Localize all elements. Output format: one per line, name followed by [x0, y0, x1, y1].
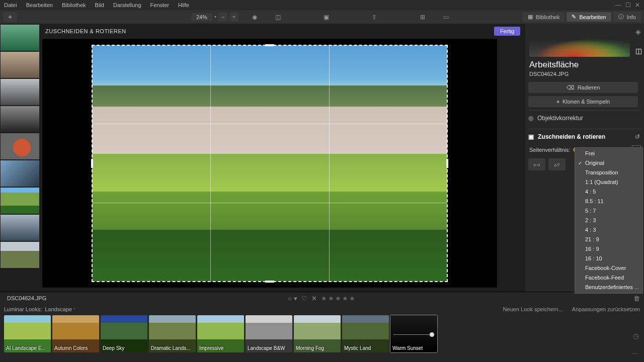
preset-label: Dramatic Lands... — [151, 345, 194, 351]
thumb[interactable] — [1, 52, 39, 78]
preset-item[interactable]: Dramatic Lands... — [149, 315, 196, 352]
thumb[interactable] — [1, 242, 39, 268]
ratio-option[interactable]: 5 : 7 — [575, 206, 642, 216]
histogram — [529, 28, 630, 57]
thumb[interactable] — [1, 106, 39, 132]
clone-button[interactable]: ⌖Klonen & Stempeln — [528, 96, 638, 107]
maximize-icon[interactable]: ☐ — [625, 2, 631, 9]
ratio-option[interactable]: 4 : 5 — [575, 187, 642, 197]
ratio-option[interactable]: Facebook-Feed — [575, 273, 642, 283]
flag-unflagged-icon[interactable]: ○ ▾ — [288, 295, 297, 302]
menu-item[interactable]: Bearbeiten — [26, 2, 53, 8]
single-view-icon[interactable]: ▭ — [439, 12, 453, 23]
looks-category-dropdown[interactable]: Landscape ˄ — [45, 306, 75, 312]
menu-item[interactable]: Bild — [95, 2, 104, 8]
ratio-option[interactable]: 1:1 (Quadrat) — [575, 177, 642, 187]
ratio-option[interactable]: 21 : 9 — [575, 235, 642, 244]
history-icon[interactable]: ◷ — [633, 332, 639, 340]
reset-adjustments-button[interactable]: Anpassungen zurücksetzen — [572, 306, 640, 312]
crop-grid-line — [92, 203, 447, 203]
thumb[interactable] — [1, 133, 39, 159]
save-look-button[interactable]: Neuen Look speichern... — [503, 306, 563, 312]
erase-button[interactable]: ⌫Radieren — [528, 82, 638, 93]
share-icon[interactable]: ⇪ — [367, 12, 381, 23]
thumb-selected[interactable] — [1, 188, 39, 214]
looks-label: Luminar Looks: — [4, 306, 42, 312]
ratio-option[interactable]: Original — [575, 158, 642, 168]
preset-item[interactable]: Mystic Land — [342, 315, 389, 352]
ratio-option[interactable]: 16 : 10 — [575, 254, 642, 263]
filmstrip — [0, 24, 40, 292]
preset-label: Autumn Colors — [54, 345, 97, 351]
thumb[interactable] — [1, 79, 39, 105]
image-preview — [92, 45, 447, 282]
thumb[interactable] — [1, 25, 39, 51]
chevron-up-icon: ˄ — [73, 308, 75, 312]
crop-icon[interactable]: ▣ — [319, 12, 333, 23]
minimize-icon[interactable]: — — [615, 2, 621, 9]
ratio-option[interactable]: 2 : 3 — [575, 216, 642, 225]
rating-stars[interactable]: ★★★★★ — [321, 295, 356, 302]
image-canvas[interactable] — [42, 39, 497, 288]
preset-item[interactable]: AI Landscape E... — [4, 315, 51, 352]
more-icon[interactable]: ⋯ — [632, 350, 639, 357]
favorite-icon[interactable]: ♡ — [301, 295, 307, 302]
crop-section[interactable]: ▣Zuschneiden & rotieren↺ — [528, 129, 641, 144]
lens-section[interactable]: ◎Objektivkorrektur — [528, 110, 641, 126]
slider-knob[interactable] — [430, 332, 434, 337]
close-icon[interactable]: ✕ — [635, 2, 640, 9]
ratio-option[interactable]: 16 : 9 — [575, 244, 642, 254]
preset-item[interactable]: Morning Fog — [294, 315, 341, 352]
thumb[interactable] — [1, 215, 39, 241]
info-icon: ⓘ — [618, 13, 624, 21]
menu-item[interactable]: Bibliothek — [62, 2, 86, 8]
mode-library[interactable]: ▦Bibliothek — [523, 12, 565, 22]
mode-edit[interactable]: ✎Bearbeiten — [567, 12, 611, 22]
ratio-option[interactable]: Transposition — [575, 168, 642, 177]
ratio-option[interactable]: Frei — [575, 149, 642, 158]
reject-icon[interactable]: ✕ — [311, 295, 317, 302]
zoom-value[interactable]: 24% — [191, 13, 212, 21]
done-button[interactable]: Fertig — [494, 27, 520, 36]
thumb[interactable] — [1, 160, 39, 187]
crop-handle-right[interactable] — [446, 159, 448, 168]
crop-section-icon: ▣ — [528, 133, 534, 140]
trash-icon[interactable]: 🗑 — [633, 295, 640, 302]
menu-item[interactable]: Darstellung — [113, 2, 141, 8]
eye-icon[interactable]: ◉ — [248, 12, 262, 23]
layers-tab-icon[interactable]: ◈ — [635, 28, 642, 36]
add-button[interactable]: ＋ — [3, 12, 17, 22]
preset-item[interactable]: Autumn Colors — [52, 315, 99, 352]
reset-icon[interactable]: ↺ — [635, 133, 640, 140]
menu-item[interactable]: Datei — [4, 2, 17, 8]
crop-handle-left[interactable] — [91, 159, 93, 168]
compare-icon[interactable]: ◫ — [271, 12, 285, 23]
preset-item[interactable]: Deep Sky — [101, 315, 147, 352]
window-controls: — ☐ ✕ — [615, 2, 640, 9]
ratio-option[interactable]: 8.5 : 11 — [575, 197, 642, 206]
menu-item[interactable]: Fenster — [150, 2, 169, 8]
preset-label: Morning Fog — [296, 345, 339, 351]
grid-view-icon[interactable]: ⊞ — [416, 12, 430, 23]
zoom-out-button[interactable]: − — [218, 13, 227, 22]
preset-item[interactable]: Warm Sunset — [390, 315, 437, 352]
panel-title: Arbeitsfläche — [529, 60, 641, 70]
canvas-tab-icon[interactable]: ◫ — [635, 47, 642, 55]
flip-vertical-button[interactable]: ▵▿ — [548, 158, 566, 170]
crop-handle-bottom[interactable] — [265, 281, 274, 283]
flip-horizontal-button[interactable]: ▹◃ — [528, 158, 545, 170]
panel-filename: DSC04624.JPG — [529, 71, 641, 77]
ratio-option[interactable]: 4 : 3 — [575, 225, 642, 235]
menu-item[interactable]: Hilfe — [178, 2, 189, 8]
zoom-in-button[interactable]: ＋ — [229, 13, 238, 22]
zoom-dropdown-icon[interactable]: ▾ — [214, 15, 216, 19]
crop-handle-top[interactable] — [265, 44, 274, 46]
preset-item[interactable]: Impressive — [197, 315, 244, 352]
ratio-option[interactable]: Facebook-Cover — [575, 263, 642, 273]
zoom-control: 24% ▾ − ＋ — [191, 13, 238, 22]
preset-item[interactable]: Landscape B&W — [246, 315, 292, 352]
stamp-icon: ⌖ — [556, 99, 559, 105]
ratio-option[interactable]: Benutzerdefiniertes ... — [575, 283, 642, 292]
mode-info[interactable]: ⓘInfo — [613, 12, 641, 22]
preset-intensity-slider[interactable] — [393, 334, 434, 335]
